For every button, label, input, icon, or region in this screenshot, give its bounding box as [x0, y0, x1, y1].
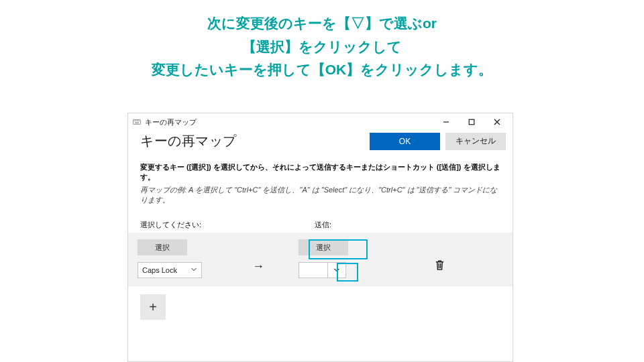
- delete-row-button[interactable]: [434, 259, 445, 271]
- svg-rect-7: [135, 123, 139, 123]
- minimize-button[interactable]: [433, 115, 459, 129]
- svg-rect-1: [133, 121, 134, 121]
- chevron-down-icon: [191, 266, 197, 274]
- from-key-dropdown[interactable]: Caps Lock: [138, 262, 202, 278]
- to-key-value: [299, 262, 327, 278]
- caption-line: 次に変更後のキーを【▽】で選ぶor: [0, 12, 644, 36]
- add-mapping-button[interactable]: +: [140, 294, 166, 320]
- close-button[interactable]: [484, 115, 510, 129]
- chevron-down-icon: [327, 262, 346, 278]
- to-select-button[interactable]: 選択: [299, 239, 348, 255]
- svg-rect-3: [136, 121, 136, 121]
- instruction-text-example: 再マップの例: A を選択して "Ctrl+C" を送信し、"A" は "Sel…: [140, 185, 500, 205]
- caption-line: 【選択】をクリックして: [0, 36, 644, 59]
- svg-rect-4: [137, 121, 138, 121]
- caption-line: 変更したいキーを押して【OK】をクリックします。: [0, 58, 644, 82]
- svg-rect-0: [133, 120, 140, 125]
- from-select-button[interactable]: 選択: [138, 239, 187, 255]
- titlebar: キーの再マップ: [128, 113, 513, 129]
- instruction-caption: 次に変更後のキーを【▽】で選ぶor 【選択】をクリックして 変更したいキーを押し…: [0, 0, 644, 82]
- from-key-value: Caps Lock: [142, 266, 191, 274]
- remap-keys-window: キーの再マップ キーの再マップ OK キャンセル 変更するキー ([選択]) を…: [127, 113, 513, 362]
- mapping-row: 選択 Caps Lock → 選択: [128, 233, 513, 286]
- maximize-button[interactable]: [459, 115, 484, 129]
- page-title: キーの再マップ: [140, 132, 370, 150]
- svg-rect-9: [469, 119, 474, 125]
- ok-button[interactable]: OK: [370, 133, 440, 150]
- cancel-button[interactable]: キャンセル: [445, 133, 506, 150]
- to-column-header: 送信:: [315, 220, 331, 230]
- instruction-text-bold: 変更するキー ([選択]) を選択してから、それによって送信するキーまたはショー…: [140, 162, 500, 182]
- keyboard-icon: [132, 118, 141, 127]
- svg-rect-5: [138, 121, 138, 121]
- arrow-right-icon: →: [252, 259, 264, 274]
- window-title: キーの再マップ: [145, 117, 197, 127]
- from-column-header: 選択してください:: [140, 220, 315, 230]
- svg-rect-6: [139, 121, 140, 121]
- to-key-dropdown[interactable]: [299, 262, 379, 278]
- svg-rect-2: [135, 121, 136, 121]
